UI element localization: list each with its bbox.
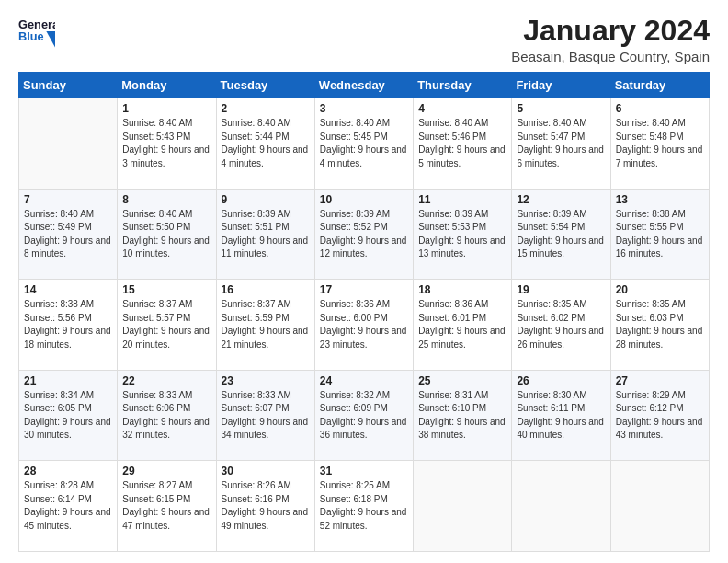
day-number: 14	[24, 283, 112, 296]
calendar-cell: 3Sunrise: 8:40 AMSunset: 5:45 PMDaylight…	[314, 98, 413, 190]
day-info: Sunrise: 8:39 AMSunset: 5:51 PMDaylight:…	[222, 208, 310, 261]
week-row-2: 14Sunrise: 8:38 AMSunset: 5:56 PMDayligh…	[19, 280, 710, 371]
day-number: 7	[24, 193, 112, 206]
calendar-cell: 7Sunrise: 8:40 AMSunset: 5:49 PMDaylight…	[19, 189, 118, 280]
calendar-header: SundayMondayTuesdayWednesdayThursdayFrid…	[19, 73, 710, 98]
day-info: Sunrise: 8:29 AMSunset: 6:12 PMDaylight:…	[616, 389, 704, 442]
calendar-cell: 26Sunrise: 8:30 AMSunset: 6:11 PMDayligh…	[512, 370, 610, 461]
calendar-cell	[512, 461, 610, 552]
calendar-table: SundayMondayTuesdayWednesdayThursdayFrid…	[18, 72, 710, 552]
day-info: Sunrise: 8:37 AMSunset: 5:57 PMDaylight:…	[122, 298, 210, 351]
header-day-tuesday: Tuesday	[216, 73, 314, 98]
day-info: Sunrise: 8:35 AMSunset: 6:03 PMDaylight:…	[616, 298, 704, 351]
day-number: 29	[122, 465, 210, 477]
week-row-0: 1Sunrise: 8:40 AMSunset: 5:43 PMDaylight…	[19, 98, 710, 190]
header-row: SundayMondayTuesdayWednesdayThursdayFrid…	[19, 73, 710, 98]
day-info: Sunrise: 8:40 AMSunset: 5:49 PMDaylight:…	[24, 208, 112, 261]
day-number: 3	[320, 102, 408, 115]
day-info: Sunrise: 8:39 AMSunset: 5:52 PMDaylight:…	[320, 208, 408, 261]
day-info: Sunrise: 8:31 AMSunset: 6:10 PMDaylight:…	[418, 389, 506, 442]
calendar-cell: 5Sunrise: 8:40 AMSunset: 5:47 PMDaylight…	[512, 98, 610, 190]
day-number: 1	[122, 102, 210, 115]
day-info: Sunrise: 8:37 AMSunset: 5:59 PMDaylight:…	[222, 298, 310, 351]
calendar-cell: 16Sunrise: 8:37 AMSunset: 5:59 PMDayligh…	[216, 280, 314, 371]
day-number: 24	[320, 374, 408, 387]
calendar-cell: 23Sunrise: 8:33 AMSunset: 6:07 PMDayligh…	[216, 370, 314, 461]
week-row-3: 21Sunrise: 8:34 AMSunset: 6:05 PMDayligh…	[19, 370, 710, 461]
header-day-friday: Friday	[512, 73, 610, 98]
day-number: 10	[320, 193, 408, 206]
day-info: Sunrise: 8:25 AMSunset: 6:18 PMDaylight:…	[320, 479, 408, 533]
calendar-cell: 22Sunrise: 8:33 AMSunset: 6:06 PMDayligh…	[118, 370, 216, 461]
calendar-cell: 24Sunrise: 8:32 AMSunset: 6:09 PMDayligh…	[314, 370, 413, 461]
calendar-cell	[19, 98, 118, 190]
day-info: Sunrise: 8:28 AMSunset: 6:14 PMDaylight:…	[24, 479, 112, 533]
day-number: 22	[122, 374, 210, 387]
calendar-cell: 8Sunrise: 8:40 AMSunset: 5:50 PMDaylight…	[118, 189, 216, 280]
calendar-subtitle: Beasain, Basque Country, Spain	[511, 49, 710, 64]
calendar-cell: 30Sunrise: 8:26 AMSunset: 6:16 PMDayligh…	[216, 461, 314, 552]
day-number: 12	[517, 193, 605, 206]
day-info: Sunrise: 8:35 AMSunset: 6:02 PMDaylight:…	[517, 298, 605, 351]
title-block: January 2024 Beasain, Basque Country, Sp…	[511, 15, 710, 64]
calendar-body: 1Sunrise: 8:40 AMSunset: 5:43 PMDaylight…	[19, 98, 710, 552]
week-row-1: 7Sunrise: 8:40 AMSunset: 5:49 PMDaylight…	[19, 189, 710, 280]
day-info: Sunrise: 8:34 AMSunset: 6:05 PMDaylight:…	[24, 389, 112, 442]
day-info: Sunrise: 8:40 AMSunset: 5:45 PMDaylight:…	[320, 117, 408, 170]
calendar-cell: 10Sunrise: 8:39 AMSunset: 5:52 PMDayligh…	[314, 189, 413, 280]
calendar-cell: 18Sunrise: 8:36 AMSunset: 6:01 PMDayligh…	[414, 280, 512, 371]
calendar-cell	[414, 461, 512, 552]
day-info: Sunrise: 8:30 AMSunset: 6:11 PMDaylight:…	[517, 389, 605, 442]
calendar-cell: 27Sunrise: 8:29 AMSunset: 6:12 PMDayligh…	[610, 370, 709, 461]
calendar-cell: 14Sunrise: 8:38 AMSunset: 5:56 PMDayligh…	[19, 280, 118, 371]
calendar-cell: 2Sunrise: 8:40 AMSunset: 5:44 PMDaylight…	[216, 98, 314, 190]
calendar-cell: 12Sunrise: 8:39 AMSunset: 5:54 PMDayligh…	[512, 189, 610, 280]
day-number: 17	[320, 283, 408, 296]
calendar-cell: 9Sunrise: 8:39 AMSunset: 5:51 PMDaylight…	[216, 189, 314, 280]
calendar-cell: 25Sunrise: 8:31 AMSunset: 6:10 PMDayligh…	[414, 370, 512, 461]
day-info: Sunrise: 8:36 AMSunset: 6:00 PMDaylight:…	[320, 298, 408, 351]
day-info: Sunrise: 8:40 AMSunset: 5:47 PMDaylight:…	[517, 117, 605, 170]
header-day-wednesday: Wednesday	[314, 73, 413, 98]
day-number: 15	[122, 283, 210, 296]
day-number: 31	[320, 465, 408, 477]
calendar-cell: 28Sunrise: 8:28 AMSunset: 6:14 PMDayligh…	[19, 461, 118, 552]
calendar-cell	[610, 461, 709, 552]
day-number: 28	[24, 465, 112, 477]
calendar-cell: 13Sunrise: 8:38 AMSunset: 5:55 PMDayligh…	[610, 189, 709, 280]
day-info: Sunrise: 8:40 AMSunset: 5:50 PMDaylight:…	[122, 208, 210, 261]
day-number: 23	[222, 374, 310, 387]
calendar-cell: 21Sunrise: 8:34 AMSunset: 6:05 PMDayligh…	[19, 370, 118, 461]
logo-icon: General Blue	[18, 15, 55, 48]
day-number: 19	[517, 283, 605, 296]
svg-marker-2	[46, 31, 55, 48]
day-number: 26	[517, 374, 605, 387]
header-day-saturday: Saturday	[610, 73, 709, 98]
day-number: 6	[616, 102, 704, 115]
day-number: 16	[222, 283, 310, 296]
day-number: 18	[418, 283, 506, 296]
day-info: Sunrise: 8:33 AMSunset: 6:06 PMDaylight:…	[122, 389, 210, 442]
week-row-4: 28Sunrise: 8:28 AMSunset: 6:14 PMDayligh…	[19, 461, 710, 552]
header-day-thursday: Thursday	[414, 73, 512, 98]
day-number: 4	[418, 102, 506, 115]
day-number: 27	[616, 374, 704, 387]
day-number: 13	[616, 193, 704, 206]
day-info: Sunrise: 8:27 AMSunset: 6:15 PMDaylight:…	[122, 479, 210, 533]
day-info: Sunrise: 8:38 AMSunset: 5:56 PMDaylight:…	[24, 298, 112, 351]
page: General Blue January 2024 Beasain, Basqu…	[0, 0, 728, 563]
day-info: Sunrise: 8:26 AMSunset: 6:16 PMDaylight:…	[222, 479, 310, 533]
calendar-cell: 17Sunrise: 8:36 AMSunset: 6:00 PMDayligh…	[314, 280, 413, 371]
calendar-cell: 15Sunrise: 8:37 AMSunset: 5:57 PMDayligh…	[118, 280, 216, 371]
logo: General Blue	[18, 15, 55, 48]
day-info: Sunrise: 8:33 AMSunset: 6:07 PMDaylight:…	[222, 389, 310, 442]
day-info: Sunrise: 8:40 AMSunset: 5:44 PMDaylight:…	[222, 117, 310, 170]
calendar-cell: 31Sunrise: 8:25 AMSunset: 6:18 PMDayligh…	[314, 461, 413, 552]
day-info: Sunrise: 8:39 AMSunset: 5:54 PMDaylight:…	[517, 208, 605, 261]
day-number: 8	[122, 193, 210, 206]
day-number: 2	[222, 102, 310, 115]
calendar-cell: 11Sunrise: 8:39 AMSunset: 5:53 PMDayligh…	[414, 189, 512, 280]
calendar-cell: 19Sunrise: 8:35 AMSunset: 6:02 PMDayligh…	[512, 280, 610, 371]
day-number: 11	[418, 193, 506, 206]
day-info: Sunrise: 8:38 AMSunset: 5:55 PMDaylight:…	[616, 208, 704, 261]
